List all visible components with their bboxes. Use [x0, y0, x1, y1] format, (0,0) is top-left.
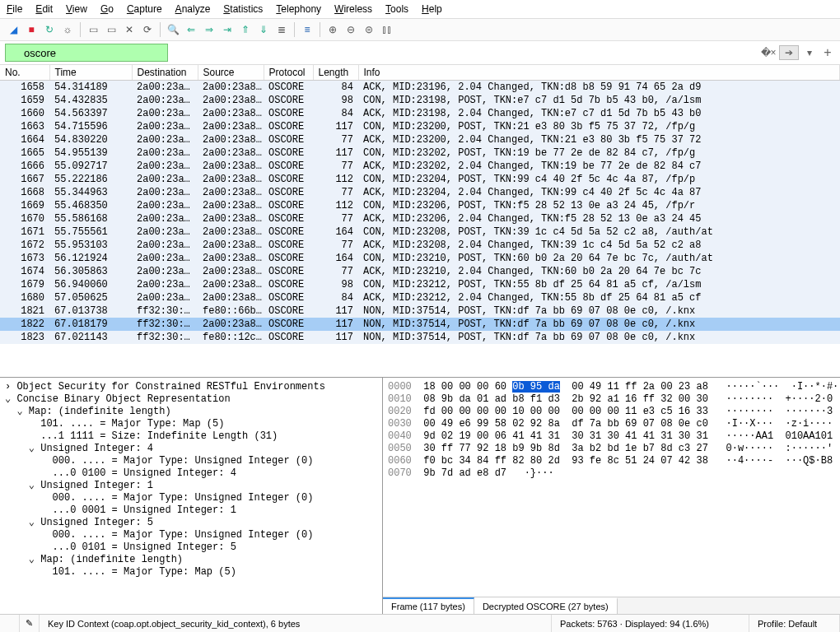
- tree-item[interactable]: ⌄ Map: (indefinite length): [0, 554, 382, 566]
- column-header[interactable]: Info: [358, 65, 840, 81]
- packet-row[interactable]: 165854.3141892a00:23a…2a00:23a8…OSCORE84…: [0, 81, 840, 95]
- packet-row[interactable]: 166354.7155962a00:23a…2a00:23a8…OSCORE11…: [0, 120, 840, 133]
- packet-row[interactable]: 167055.5861682a00:23a…2a00:23a8…OSCORE77…: [0, 212, 840, 225]
- tree-item[interactable]: 000. .... = Major Type: Unsigned Integer…: [0, 492, 382, 504]
- menu-wireless[interactable]: Wireless: [334, 3, 372, 15]
- menu-bar: FileEditViewGoCaptureAnalyzeStatisticsTe…: [0, 0, 840, 19]
- menu-analyze[interactable]: Analyze: [175, 3, 211, 15]
- tree-item[interactable]: › Object Security for Constrained RESTfu…: [0, 381, 382, 393]
- packet-row[interactable]: 166855.3449632a00:23a…2a00:23a8…OSCORE77…: [0, 186, 840, 199]
- colorize-icon[interactable]: ≡: [299, 21, 315, 38]
- tree-item[interactable]: ...0 0101 = Unsigned Integer: 5: [0, 541, 382, 554]
- packet-row[interactable]: 167255.9531032a00:23a…2a00:23a8…OSCORE77…: [0, 239, 840, 252]
- packet-row[interactable]: 167356.1219242a00:23a…2a00:23a8…OSCORE16…: [0, 252, 840, 265]
- hex-row[interactable]: 0000 18 00 00 00 60 0b 95 da 00 49 11 ff…: [388, 381, 835, 393]
- menu-go[interactable]: Go: [100, 3, 114, 15]
- tree-item[interactable]: 101. .... = Major Type: Map (5): [0, 566, 382, 579]
- menu-telephony[interactable]: Telephony: [276, 3, 321, 15]
- tree-item[interactable]: ⌄ Unsigned Integer: 4: [0, 443, 382, 455]
- status-profile[interactable]: Profile: Default: [749, 615, 840, 632]
- packet-row[interactable]: 166054.5633972a00:23a…2a00:23a8…OSCORE84…: [0, 107, 840, 120]
- tree-item[interactable]: ...0 0001 = Unsigned Integer: 1: [0, 504, 382, 517]
- add-filter-button-icon[interactable]: +: [820, 45, 835, 60]
- options-icon[interactable]: ☼: [59, 21, 76, 38]
- column-header[interactable]: No.: [0, 65, 49, 81]
- tree-item[interactable]: ...1 1111 = Size: Indefinite Length (31): [0, 430, 382, 443]
- column-header[interactable]: Length: [313, 65, 358, 81]
- tree-item[interactable]: ⌄ Unsigned Integer: 5: [0, 517, 382, 529]
- menu-tools[interactable]: Tools: [385, 3, 408, 15]
- column-header[interactable]: Time: [49, 65, 132, 81]
- hex-row[interactable]: 0050 30 ff 77 92 18 b9 9b 8d 3a b2 bd 1e…: [388, 443, 835, 455]
- stop-capture-icon[interactable]: ■: [23, 21, 40, 38]
- column-header[interactable]: Destination: [132, 65, 198, 81]
- zoom-out-icon[interactable]: ⊖: [343, 21, 359, 38]
- menu-help[interactable]: Help: [422, 3, 442, 15]
- menu-edit[interactable]: Edit: [35, 3, 53, 15]
- hex-row[interactable]: 0070 9b 7d ad e8 d7 ·}···: [388, 467, 835, 480]
- reload-icon[interactable]: ⟳: [139, 21, 156, 38]
- packet-details-pane[interactable]: › Object Security for Constrained RESTfu…: [0, 378, 383, 614]
- packet-bytes-pane[interactable]: 0000 18 00 00 00 60 0b 95 da 00 49 11 ff…: [383, 378, 840, 597]
- hex-row[interactable]: 0040 9d 02 19 00 06 41 41 31 30 31 30 41…: [388, 430, 835, 443]
- next-icon[interactable]: ⇒: [201, 21, 217, 38]
- menu-capture[interactable]: Capture: [127, 3, 162, 15]
- packet-row[interactable]: 166955.4683502a00:23a…2a00:23a8…OSCORE11…: [0, 199, 840, 212]
- tree-item[interactable]: ⌄ Concise Binary Object Representation: [0, 393, 382, 406]
- menu-file[interactable]: File: [7, 3, 22, 15]
- column-header[interactable]: Protocol: [264, 65, 313, 81]
- packet-row[interactable]: 182167.013738ff32:30:…fe80::66b…OSCORE11…: [0, 304, 840, 318]
- packet-row[interactable]: 166454.8302202a00:23a…2a00:23a8…OSCORE77…: [0, 133, 840, 146]
- menu-view[interactable]: View: [66, 3, 87, 15]
- packet-row[interactable]: 166554.9551392a00:23a…2a00:23a8…OSCORE11…: [0, 146, 840, 160]
- edit-icon[interactable]: ✎: [20, 615, 40, 632]
- display-filter-row: ❘▯ �× ➔ ▾ +: [0, 41, 840, 65]
- hex-row[interactable]: 0060 f0 bc 34 84 ff 82 80 2d 93 fe 8c 51…: [388, 455, 835, 467]
- packet-row[interactable]: 167155.7555612a00:23a…2a00:23a8…OSCORE16…: [0, 225, 840, 239]
- open-icon[interactable]: ▭: [85, 21, 101, 38]
- start-capture-icon[interactable]: ◢: [5, 21, 21, 38]
- status-field-label: Key ID Context (coap.opt.object_security…: [40, 615, 552, 632]
- column-header[interactable]: Source: [198, 65, 264, 81]
- last-icon[interactable]: ⇓: [255, 21, 272, 38]
- packet-row[interactable]: 182367.021143ff32:30:…fe80::12c…OSCORE11…: [0, 331, 840, 344]
- clear-filter-icon[interactable]: �×: [761, 45, 776, 60]
- prev-icon[interactable]: ⇐: [183, 21, 199, 38]
- tree-item[interactable]: 000. .... = Major Type: Unsigned Integer…: [0, 529, 382, 541]
- packet-row[interactable]: 165954.4328352a00:23a…2a00:23a8…OSCORE98…: [0, 94, 840, 107]
- resize-cols-icon[interactable]: ⫿⫿: [379, 21, 395, 38]
- autoscroll-icon[interactable]: ≣: [273, 21, 290, 38]
- tree-item[interactable]: 000. .... = Major Type: Unsigned Integer…: [0, 455, 382, 467]
- packet-list-pane[interactable]: No.TimeDestinationSourceProtocolLengthIn…: [0, 65, 840, 378]
- first-icon[interactable]: ⇑: [237, 21, 254, 38]
- packet-row[interactable]: 166755.2221862a00:23a…2a00:23a8…OSCORE11…: [0, 173, 840, 186]
- bytes-tab-frame[interactable]: Frame (117 bytes): [383, 597, 474, 614]
- save-icon[interactable]: ▭: [103, 21, 119, 38]
- tree-item[interactable]: ...0 0100 = Unsigned Integer: 4: [0, 467, 382, 480]
- status-packet-counts: Packets: 5763 · Displayed: 94 (1.6%): [552, 615, 749, 632]
- tree-item[interactable]: ⌄ Unsigned Integer: 1: [0, 480, 382, 492]
- tree-item[interactable]: ⌄ Map: (indefinite length): [0, 406, 382, 418]
- hex-row[interactable]: 0010 08 9b da 01 ad b8 f1 d3 2b 92 a1 16…: [388, 393, 835, 406]
- hex-row[interactable]: 0020 fd 00 00 00 00 10 00 00 00 00 00 11…: [388, 406, 835, 418]
- hex-row[interactable]: 0030 00 49 e6 99 58 02 92 8a df 7a bb 69…: [388, 418, 835, 430]
- packet-row[interactable]: 167956.9400602a00:23a…2a00:23a8…OSCORE98…: [0, 278, 840, 291]
- menu-statistics[interactable]: Statistics: [223, 3, 263, 15]
- display-filter-input[interactable]: [5, 44, 168, 62]
- tree-item[interactable]: 101. .... = Major Type: Map (5): [0, 418, 382, 430]
- packet-row[interactable]: 182267.018179ff32:30:…2a00:23a8…OSCORE11…: [0, 318, 840, 331]
- packet-row[interactable]: 167456.3058632a00:23a…2a00:23a8…OSCORE77…: [0, 265, 840, 278]
- zoom-in-icon[interactable]: ⊕: [324, 21, 341, 38]
- apply-filter-icon[interactable]: ➔: [779, 45, 799, 60]
- packet-row[interactable]: 168057.0506252a00:23a…2a00:23a8…OSCORE84…: [0, 291, 840, 304]
- filter-history-icon[interactable]: ▾: [802, 45, 817, 60]
- packet-row[interactable]: 166655.0927172a00:23a…2a00:23a8…OSCORE77…: [0, 160, 840, 173]
- close-icon[interactable]: ✕: [121, 21, 138, 38]
- bytes-tab-decrypted[interactable]: Decrypted OSCORE (27 bytes): [474, 597, 618, 614]
- jump-icon[interactable]: ⇥: [219, 21, 236, 38]
- find-icon[interactable]: 🔍: [165, 21, 181, 38]
- main-toolbar: ◢ ■ ↻ ☼ ▭ ▭ ✕ ⟳ 🔍 ⇐ ⇒ ⇥ ⇑ ⇓ ≣ ≡ ⊕ ⊖ ⊜ ⫿⫿: [0, 19, 840, 41]
- status-bar: ✎ Key ID Context (coap.opt.object_securi…: [0, 614, 840, 632]
- zoom-reset-icon[interactable]: ⊜: [361, 21, 377, 38]
- restart-capture-icon[interactable]: ↻: [41, 21, 58, 38]
